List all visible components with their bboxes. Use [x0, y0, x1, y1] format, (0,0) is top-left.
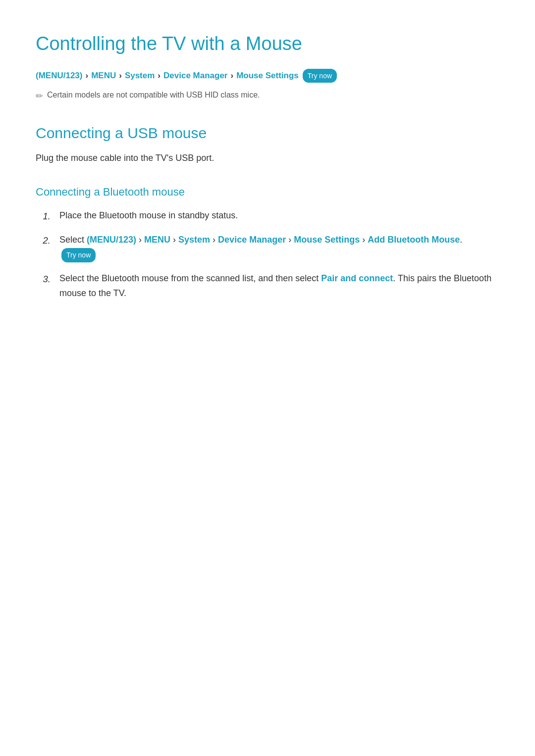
breadcrumb-menu123[interactable]: (MENU/123): [36, 69, 82, 82]
step2-chev5: ›: [360, 235, 368, 245]
step2-link-menu[interactable]: MENU: [144, 235, 170, 245]
bluetooth-section-title: Connecting a Bluetooth mouse: [36, 183, 499, 201]
step3-text1: Select the Bluetooth mouse from the scan…: [59, 273, 321, 283]
list-item: 2. Select (MENU/123) › MENU › System › D…: [40, 233, 499, 262]
step-1-content: Place the Bluetooth mouse in standby sta…: [59, 208, 499, 223]
chevron-icon-3: ›: [158, 69, 160, 82]
step2-link-menu123[interactable]: (MENU/123): [87, 235, 136, 245]
chevron-icon-4: ›: [230, 69, 233, 82]
try-now-badge-step2[interactable]: Try now: [61, 248, 96, 262]
breadcrumb-menu[interactable]: MENU: [91, 69, 116, 82]
breadcrumb-system[interactable]: System: [125, 69, 155, 82]
step-number-2: 2.: [40, 233, 51, 248]
step-3-content: Select the Bluetooth mouse from the scan…: [59, 271, 499, 301]
usb-section-desc: Plug the mouse cable into the TV's USB p…: [36, 151, 499, 165]
step-number-1: 1.: [40, 209, 51, 224]
step2-link-system[interactable]: System: [178, 235, 210, 245]
step2-link-device-manager[interactable]: Device Manager: [218, 235, 286, 245]
usb-section-title: Connecting a USB mouse: [36, 121, 499, 145]
chevron-icon-2: ›: [119, 69, 122, 82]
breadcrumb-mouse-settings[interactable]: Mouse Settings: [236, 69, 299, 82]
note-text: Certain models are not compatible with U…: [47, 89, 260, 101]
breadcrumb: (MENU/123) › MENU › System › Device Mana…: [36, 69, 499, 83]
step3-link-pair[interactable]: Pair and connect: [321, 273, 393, 283]
step2-period: .: [460, 235, 462, 245]
bluetooth-steps-list: 1. Place the Bluetooth mouse in standby …: [40, 208, 499, 301]
step2-chev4: ›: [286, 235, 294, 245]
step-number-3: 3.: [40, 272, 51, 287]
pencil-icon: ✏: [36, 89, 43, 103]
note-line: ✏ Certain models are not compatible with…: [36, 89, 499, 103]
list-item: 1. Place the Bluetooth mouse in standby …: [40, 208, 499, 224]
step-2-content: Select (MENU/123) › MENU › System › Devi…: [59, 233, 499, 262]
list-item: 3. Select the Bluetooth mouse from the s…: [40, 271, 499, 301]
step2-link-mouse-settings[interactable]: Mouse Settings: [294, 235, 360, 245]
chevron-icon-1: ›: [85, 69, 88, 82]
page-title: Controlling the TV with a Mouse: [36, 29, 499, 59]
step2-link-add-bluetooth[interactable]: Add Bluetooth Mouse: [368, 235, 460, 245]
step2-text1: Select: [59, 235, 87, 245]
breadcrumb-device-manager[interactable]: Device Manager: [163, 69, 227, 82]
step2-chev3: ›: [210, 235, 218, 245]
step2-chev2: ›: [170, 235, 178, 245]
try-now-badge-top[interactable]: Try now: [303, 69, 337, 83]
step2-chev1: ›: [136, 235, 144, 245]
